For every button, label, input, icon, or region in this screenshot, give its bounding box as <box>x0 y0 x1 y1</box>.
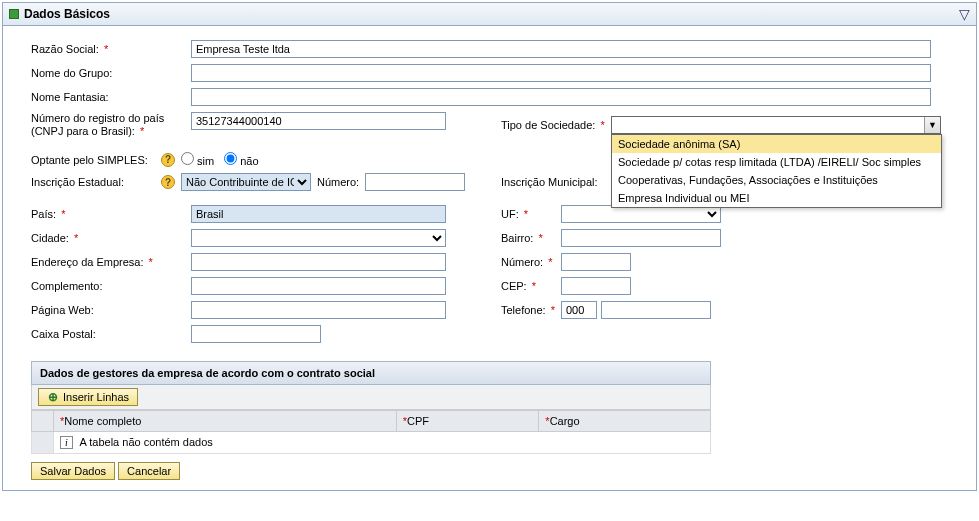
label-cnpj: Número do registro do país (CNPJ para o … <box>31 112 191 138</box>
row-selector-header <box>32 411 54 432</box>
tipo-sociedade-dropdown: Sociedade anônima (SA) Sociedade p/ cota… <box>611 134 942 208</box>
form-area: Razão Social: * Nome do Grupo: Nome Fant… <box>3 26 976 490</box>
ie-numero-input[interactable] <box>365 173 465 191</box>
nome-fantasia-input[interactable] <box>191 88 931 106</box>
label-inscricao-estadual: Inscrição Estadual: <box>31 176 161 188</box>
simples-nao-option[interactable]: não <box>224 152 258 167</box>
cidade-select[interactable] <box>191 229 446 247</box>
insert-row-icon: ⊕ <box>47 391 59 403</box>
endereco-input[interactable] <box>191 253 446 271</box>
dropdown-option[interactable]: Sociedade anônima (SA) <box>612 135 941 153</box>
col-cpf: *CPF <box>396 411 539 432</box>
label-ie-numero: Número: <box>317 176 359 188</box>
panel-status-icon <box>9 9 19 19</box>
inserir-linhas-button[interactable]: ⊕ Inserir Linhas <box>38 388 138 406</box>
label-cidade: Cidade: * <box>31 232 191 244</box>
help-icon[interactable]: ? <box>161 153 175 167</box>
label-pais: País: * <box>31 208 191 220</box>
info-icon: i <box>60 436 73 449</box>
label-endereco: Endereço da Empresa: * <box>31 256 191 268</box>
nome-grupo-input[interactable] <box>191 64 931 82</box>
panel-title: Dados Básicos <box>24 7 110 21</box>
caixa-postal-input[interactable] <box>191 325 321 343</box>
dropdown-option[interactable]: Sociedade p/ cotas resp limitada (LTDA) … <box>612 153 941 171</box>
label-razao-social: Razão Social: * <box>31 43 191 55</box>
label-bairro: Bairro: * <box>501 232 561 244</box>
label-complemento: Complemento: <box>31 280 191 292</box>
salvar-button[interactable]: Salvar Dados <box>31 462 115 480</box>
footer-buttons: Salvar Dados Cancelar <box>31 462 958 480</box>
dropdown-option[interactable]: Cooperativas, Fundações, Associações e I… <box>612 171 941 189</box>
help-icon[interactable]: ? <box>161 175 175 189</box>
basic-data-panel: Dados Básicos ▽ Razão Social: * Nome do … <box>2 2 977 491</box>
complemento-input[interactable] <box>191 277 446 295</box>
tipo-sociedade-select[interactable]: ▼ <box>611 116 941 134</box>
col-cargo: *Cargo <box>539 411 711 432</box>
numero-input[interactable] <box>561 253 631 271</box>
gestores-panel: Dados de gestores da empresa de acordo c… <box>31 361 711 454</box>
inscricao-estadual-select[interactable]: Não Contribuinte de IC... <box>181 173 311 191</box>
simples-radio-group: sim não <box>181 152 259 167</box>
gestores-table: *Nome completo *CPF *Cargo i A tabela nã… <box>31 410 711 454</box>
label-telefone: Telefone: * <box>501 304 561 316</box>
label-nome-fantasia: Nome Fantasia: <box>31 91 191 103</box>
pagina-web-input[interactable] <box>191 301 446 319</box>
col-nome: *Nome completo <box>54 411 397 432</box>
label-cep: CEP: * <box>501 280 561 292</box>
chevron-down-icon[interactable]: ▼ <box>924 117 940 133</box>
label-uf: UF: * <box>501 208 561 220</box>
label-inscricao-municipal: Inscrição Municipal: <box>501 176 611 188</box>
gestores-toolbar: ⊕ Inserir Linhas <box>31 385 711 410</box>
cnpj-input[interactable] <box>191 112 446 130</box>
telefone-numero-input[interactable] <box>601 301 711 319</box>
collapse-icon[interactable]: ▽ <box>959 6 970 22</box>
cancelar-button[interactable]: Cancelar <box>118 462 180 480</box>
dropdown-option[interactable]: Empresa Individual ou MEI <box>612 189 941 207</box>
bairro-input[interactable] <box>561 229 721 247</box>
label-numero: Número: * <box>501 256 561 268</box>
simples-sim-option[interactable]: sim <box>181 152 214 167</box>
gestores-header: Dados de gestores da empresa de acordo c… <box>31 361 711 385</box>
table-empty-row: i A tabela não contém dados <box>32 432 711 454</box>
pais-input[interactable] <box>191 205 446 223</box>
telefone-ddd-input[interactable] <box>561 301 597 319</box>
label-pagina-web: Página Web: <box>31 304 191 316</box>
label-simples: Optante pelo SIMPLES: <box>31 154 161 166</box>
panel-header: Dados Básicos ▽ <box>3 3 976 26</box>
label-caixa-postal: Caixa Postal: <box>31 328 191 340</box>
razao-social-input[interactable] <box>191 40 931 58</box>
label-tipo-sociedade: Tipo de Sociedade: * <box>501 119 611 131</box>
cep-input[interactable] <box>561 277 631 295</box>
empty-table-text: A tabela não contém dados <box>79 436 212 448</box>
label-nome-grupo: Nome do Grupo: <box>31 67 191 79</box>
